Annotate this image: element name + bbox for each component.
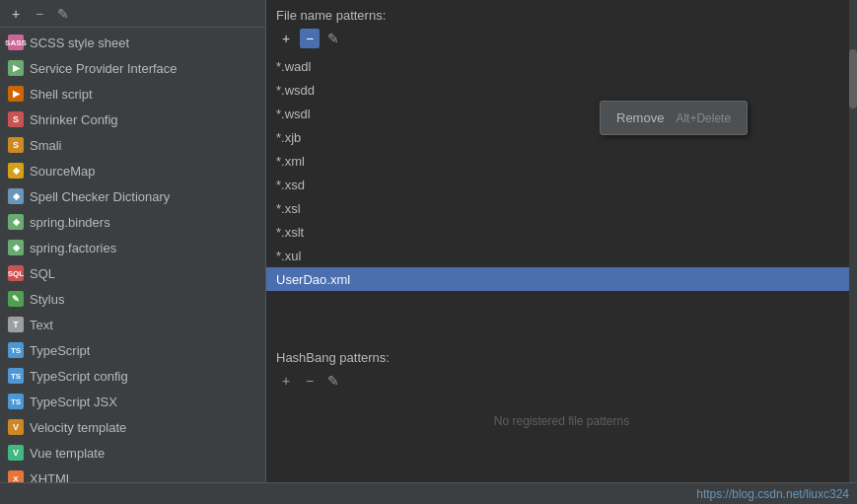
- pattern-item-8[interactable]: *.xul: [266, 244, 857, 267]
- list-item-label-velocity: Velocity template: [30, 420, 126, 435]
- list-item-label-binders: spring.binders: [30, 215, 110, 230]
- list-item-sourcemap[interactable]: ◆SourceMap: [0, 158, 265, 183]
- remove-button[interactable]: −: [30, 4, 49, 24]
- context-menu: Remove Alt+Delete: [600, 101, 748, 135]
- fp-add-button[interactable]: +: [276, 29, 296, 48]
- typescript-icon: TS: [8, 342, 24, 358]
- url-text: https://blog.csdn.net/liuxc324: [696, 487, 849, 501]
- list-item-velocity[interactable]: VVelocity template: [0, 414, 265, 440]
- tsconfig-icon: TS: [8, 368, 24, 384]
- hashbang-toolbar: + − ✎: [266, 369, 857, 395]
- list-item-sql[interactable]: SQLSQL: [0, 260, 265, 286]
- left-list: SASSSCSS style sheet▶Service Provider In…: [0, 28, 265, 482]
- hb-remove-button[interactable]: −: [300, 371, 320, 391]
- text-icon: T: [8, 317, 24, 332]
- pattern-item-5[interactable]: *.xsd: [266, 173, 857, 196]
- context-remove-label: Remove: [616, 110, 664, 125]
- spell-icon: ◆: [8, 188, 24, 204]
- pattern-item-4[interactable]: *.xml: [266, 149, 857, 173]
- shrinker-icon: S: [8, 111, 24, 127]
- list-item-text[interactable]: TText: [0, 312, 265, 337]
- hashbang-section: HashBang patterns: + − ✎ No registered f…: [266, 338, 857, 448]
- url-bar: https://blog.csdn.net/liuxc324: [0, 482, 857, 504]
- hashbang-label: HashBang patterns:: [266, 342, 857, 369]
- list-item-xhtml[interactable]: XXHTML: [0, 466, 265, 482]
- pattern-item-6[interactable]: *.xsl: [266, 196, 857, 220]
- list-item-label-factories: spring.factories: [30, 241, 116, 255]
- list-item-label-sql: SQL: [30, 266, 55, 281]
- pattern-item-0[interactable]: *.wadl: [266, 54, 857, 78]
- spi-icon: ▶: [8, 60, 24, 76]
- vue-icon: V: [8, 445, 24, 461]
- list-item-label-tsx: TypeScript JSX: [30, 395, 117, 409]
- hb-edit-button[interactable]: ✎: [323, 371, 343, 391]
- list-item-typescript[interactable]: TSTypeScript: [0, 337, 265, 363]
- fp-remove-button[interactable]: −: [300, 29, 320, 48]
- list-item-spell[interactable]: ◆Spell Checker Dictionary: [0, 183, 265, 209]
- list-item-tsx[interactable]: TSTypeScript JSX: [0, 389, 265, 414]
- context-remove-shortcut: Alt+Delete: [676, 111, 731, 125]
- pattern-item-9[interactable]: UserDao.xml: [266, 267, 857, 291]
- stylus-icon: ✎: [8, 291, 24, 307]
- list-item-spi[interactable]: ▶Service Provider Interface: [0, 55, 265, 81]
- right-scrollbar[interactable]: [849, 0, 857, 482]
- list-item-label-stylus: Stylus: [30, 292, 64, 307]
- pattern-item-7[interactable]: *.xslt: [266, 220, 857, 244]
- main-container: + − ✎ SASSSCSS style sheet▶Service Provi…: [0, 0, 857, 482]
- list-item-shrinker[interactable]: SShrinker Config: [0, 107, 265, 132]
- hb-add-button[interactable]: +: [276, 371, 296, 391]
- pattern-item-1[interactable]: *.wsdd: [266, 78, 857, 102]
- sql-icon: SQL: [8, 265, 24, 281]
- factories-icon: ◆: [8, 240, 24, 255]
- list-item-label-shell: Shell script: [30, 87, 93, 102]
- list-item-label-text: Text: [30, 318, 53, 332]
- tsx-icon: TS: [8, 394, 24, 409]
- list-item-label-shrinker: Shrinker Config: [30, 112, 118, 127]
- sourcemap-icon: ◆: [8, 163, 24, 179]
- list-item-binders[interactable]: ◆spring.binders: [0, 209, 265, 235]
- xhtml-icon: X: [8, 470, 24, 482]
- list-item-label-spell: Spell Checker Dictionary: [30, 189, 170, 204]
- list-item-shell[interactable]: ▶Shell script: [0, 81, 265, 107]
- left-toolbar: + − ✎: [0, 0, 265, 28]
- pattern-item-2[interactable]: *.wsdl: [266, 102, 857, 125]
- no-patterns-text: No registered file patterns: [266, 395, 857, 448]
- list-item-label-xhtml: XHTML: [30, 471, 73, 483]
- pattern-item-3[interactable]: *.xjb: [266, 125, 857, 149]
- scss-icon: SASS: [8, 35, 24, 50]
- list-item-tsconfig[interactable]: TSTypeScript config: [0, 363, 265, 389]
- left-panel: + − ✎ SASSSCSS style sheet▶Service Provi…: [0, 0, 266, 482]
- list-item-scss[interactable]: SASSSCSS style sheet: [0, 30, 265, 55]
- file-patterns-toolbar: + − ✎: [266, 27, 857, 52]
- list-item-vue[interactable]: VVue template: [0, 440, 265, 466]
- list-item-stylus[interactable]: ✎Stylus: [0, 286, 265, 312]
- list-item-label-scss: SCSS style sheet: [30, 36, 129, 50]
- list-item-label-typescript: TypeScript: [30, 343, 90, 358]
- shell-icon: ▶: [8, 86, 24, 102]
- binders-icon: ◆: [8, 214, 24, 230]
- list-item-factories[interactable]: ◆spring.factories: [0, 235, 265, 260]
- list-item-label-vue: Vue template: [30, 446, 105, 461]
- list-item-smali[interactable]: SSmali: [0, 132, 265, 158]
- fp-edit-button[interactable]: ✎: [323, 29, 343, 48]
- list-item-label-tsconfig: TypeScript config: [30, 369, 128, 384]
- list-item-label-sourcemap: SourceMap: [30, 164, 95, 179]
- edit-button[interactable]: ✎: [53, 4, 73, 24]
- context-menu-remove[interactable]: Remove Alt+Delete: [601, 106, 747, 130]
- patterns-list: *.wadl*.wsdd*.wsdl*.xjb*.xml*.xsd*.xsl*.…: [266, 52, 857, 338]
- list-item-label-smali: Smali: [30, 138, 62, 153]
- smali-icon: S: [8, 137, 24, 153]
- add-button[interactable]: +: [6, 4, 26, 24]
- file-patterns-label: File name patterns:: [266, 0, 857, 27]
- right-panel: File name patterns: + − ✎ *.wadl*.wsdd*.…: [266, 0, 857, 482]
- list-item-label-spi: Service Provider Interface: [30, 61, 178, 76]
- velocity-icon: V: [8, 419, 24, 435]
- right-scrollbar-thumb[interactable]: [849, 49, 857, 108]
